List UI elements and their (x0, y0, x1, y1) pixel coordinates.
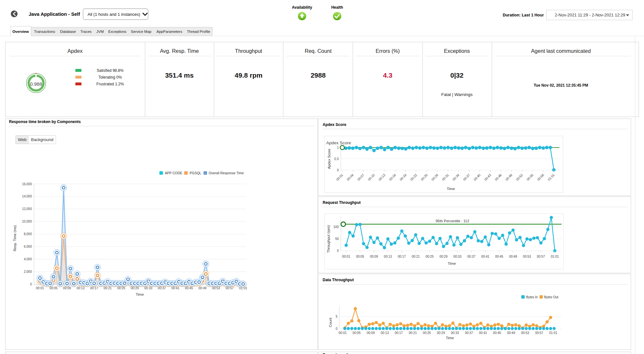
svg-text:00:29: 00:29 (437, 331, 445, 335)
svg-text:00:21: 00:21 (412, 255, 420, 258)
svg-text:Apdex Score: Apdex Score (323, 122, 346, 127)
svg-text:00:01: 00:01 (36, 286, 44, 290)
svg-text:00:37: 00:37 (467, 255, 475, 258)
svg-text:00:45: 00:45 (493, 331, 501, 335)
svg-text:00:41: 00:41 (481, 255, 489, 258)
svg-text:Background: Background (31, 137, 53, 142)
svg-text:Bytes In: Bytes In (526, 295, 538, 299)
svg-text:Time: Time (448, 262, 456, 265)
svg-text:4,000: 4,000 (24, 257, 32, 261)
svg-text:Data Throughput: Data Throughput (323, 278, 354, 282)
svg-text:2,000: 2,000 (24, 270, 32, 273)
svg-text:00:17: 00:17 (398, 255, 406, 258)
svg-text:Time: Time (446, 336, 454, 340)
svg-text:00:45: 00:45 (495, 255, 503, 258)
svg-text:Request Throughput: Request Throughput (323, 200, 361, 205)
svg-text:00:01: 00:01 (338, 331, 346, 335)
svg-text:00:53: 00:53 (523, 255, 531, 258)
svg-text:Apdex Score: Apdex Score (326, 140, 351, 145)
svg-text:0: 0 (336, 327, 337, 330)
svg-text:Response time broken by Compon: Response time broken by Components (9, 120, 81, 124)
svg-text:01:01: 01:01 (549, 331, 557, 335)
svg-text:00:25: 00:25 (426, 255, 434, 258)
svg-text:1: 1 (337, 146, 339, 149)
svg-text:Count: Count (328, 318, 332, 327)
svg-text:16,000: 16,000 (22, 182, 32, 186)
svg-text:5: 5 (336, 315, 337, 318)
svg-text:Errors (count): Errors (count) (323, 353, 348, 354)
svg-text:50: 50 (335, 237, 339, 241)
svg-text:00:49: 00:49 (509, 255, 517, 258)
svg-text:00:37: 00:37 (465, 331, 473, 335)
svg-text:0: 0 (337, 168, 339, 172)
svg-text:00:09: 00:09 (367, 331, 375, 335)
svg-text:01:01: 01:01 (551, 255, 559, 258)
svg-text:100: 100 (333, 225, 339, 229)
svg-text:Web: Web (18, 137, 27, 142)
svg-text:00:01: 00:01 (342, 255, 350, 258)
svg-text:APP CODE: APP CODE (165, 171, 182, 175)
svg-text:00:41: 00:41 (479, 331, 487, 335)
svg-text:0: 0 (337, 249, 339, 253)
svg-text:00:17: 00:17 (395, 331, 403, 335)
svg-text:Time: Time (447, 187, 455, 191)
svg-text:14,000: 14,000 (22, 195, 32, 198)
svg-text:00:33: 00:33 (451, 331, 459, 335)
svg-text:6,000: 6,000 (24, 245, 32, 248)
svg-text:Throughput (rpm): Throughput (rpm) (327, 225, 330, 253)
svg-text:00:21: 00:21 (409, 331, 417, 335)
svg-text:00:57: 00:57 (535, 331, 543, 335)
svg-text:00:05: 00:05 (356, 255, 364, 258)
svg-text:95th Percentile : 112: 95th Percentile : 112 (436, 219, 469, 223)
svg-text:Bytes Out: Bytes Out (544, 295, 558, 299)
svg-text:00:53: 00:53 (521, 331, 529, 335)
svg-text:PGSQL: PGSQL (190, 171, 201, 175)
svg-text:00:05: 00:05 (353, 331, 361, 335)
svg-text:00:33: 00:33 (453, 255, 461, 258)
svg-text:Apdex Score: Apdex Score (327, 149, 331, 169)
svg-text:8,000: 8,000 (24, 232, 32, 236)
svg-text:0.5: 0.5 (334, 157, 339, 161)
svg-text:00:13: 00:13 (384, 255, 392, 258)
svg-text:0: 0 (30, 282, 32, 286)
svg-text:Overall Response Time: Overall Response Time (209, 171, 244, 175)
svg-text:Resp. Time (ms): Resp. Time (ms) (13, 225, 17, 252)
svg-text:Time: Time (136, 292, 144, 296)
svg-text:00:49: 00:49 (507, 331, 515, 335)
svg-text:00:09: 00:09 (370, 255, 378, 258)
svg-text:00:49: 00:49 (198, 286, 206, 290)
svg-text:00:25: 00:25 (423, 331, 431, 335)
svg-text:10,000: 10,000 (22, 220, 32, 223)
svg-text:00:57: 00:57 (537, 255, 545, 258)
svg-text:00:29: 00:29 (440, 255, 448, 258)
svg-text:12,000: 12,000 (22, 207, 32, 211)
svg-text:00:13: 00:13 (381, 331, 389, 335)
